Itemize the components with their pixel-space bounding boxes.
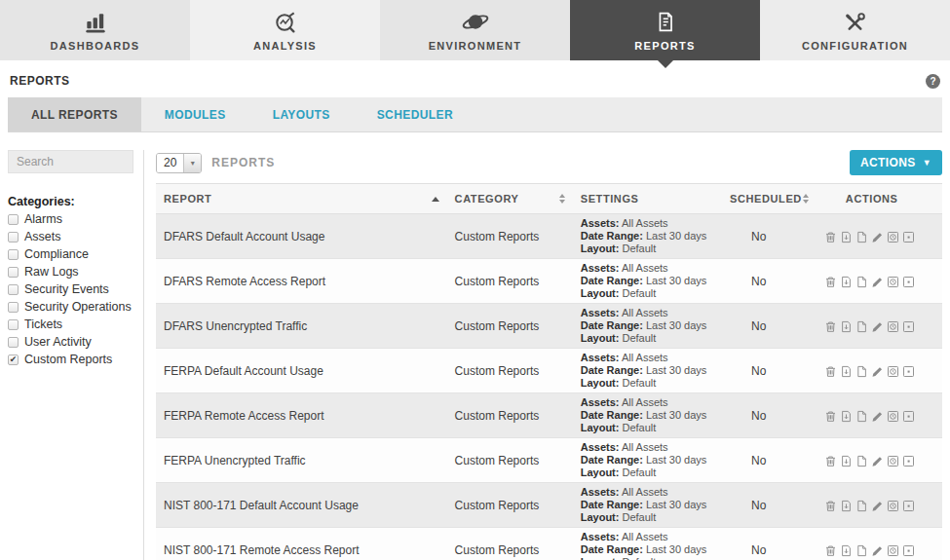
actions-button[interactable]: ACTIONS ▼	[850, 150, 942, 175]
table-row[interactable]: NIST 800-171 Remote Access ReportCustom …	[156, 528, 942, 560]
checkbox-icon[interactable]	[8, 267, 19, 278]
category-filter-raw-logs[interactable]: Raw Logs	[8, 265, 133, 279]
run-icon[interactable]	[902, 455, 915, 467]
export-icon[interactable]	[840, 410, 853, 423]
nav-item-analysis[interactable]: ANALYSIS	[190, 0, 380, 60]
edit-icon[interactable]	[871, 276, 884, 288]
table-row[interactable]: DFARS Remote Access ReportCustom Reports…	[156, 259, 942, 304]
edit-icon[interactable]	[871, 365, 884, 378]
tab-modules[interactable]: MODULES	[141, 97, 249, 131]
edit-icon[interactable]	[871, 544, 884, 557]
delete-icon[interactable]	[824, 320, 837, 333]
run-icon[interactable]	[902, 544, 915, 557]
tab-all-reports[interactable]: ALL REPORTS	[8, 97, 141, 131]
column-header-report[interactable]: REPORT	[156, 184, 447, 214]
copy-icon[interactable]	[855, 276, 868, 288]
edit-icon[interactable]	[871, 410, 884, 423]
run-icon[interactable]	[902, 231, 915, 243]
table-row[interactable]: FERPA Remote Access ReportCustom Reports…	[156, 393, 942, 438]
export-icon[interactable]	[840, 455, 853, 467]
analysis-magnifier-icon	[271, 9, 299, 35]
copy-icon[interactable]	[855, 410, 868, 423]
schedule-icon[interactable]	[887, 455, 899, 467]
table-row[interactable]: DFARS Default Account UsageCustom Report…	[156, 214, 942, 259]
nav-item-dashboards[interactable]: DASHBOARDS	[0, 0, 190, 60]
category-filter-alarms[interactable]: Alarms	[8, 212, 133, 226]
checkbox-icon[interactable]	[8, 284, 19, 295]
copy-icon[interactable]	[855, 231, 868, 243]
copy-icon[interactable]	[855, 544, 868, 557]
edit-icon[interactable]	[871, 231, 884, 243]
report-category: Custom Reports	[447, 214, 573, 259]
category-label: User Activity	[24, 335, 92, 349]
schedule-icon[interactable]	[887, 410, 899, 423]
category-filter-tickets[interactable]: Tickets	[8, 317, 133, 331]
delete-icon[interactable]	[824, 455, 837, 467]
edit-icon[interactable]	[871, 500, 884, 512]
category-label: Raw Logs	[24, 265, 79, 279]
checkbox-icon[interactable]	[8, 249, 19, 260]
export-icon[interactable]	[840, 365, 853, 378]
table-row[interactable]: DFARS Unencrypted TrafficCustom ReportsA…	[156, 304, 942, 349]
nav-item-reports[interactable]: REPORTS	[570, 0, 760, 60]
category-filter-security-events[interactable]: Security Events	[8, 282, 133, 296]
export-icon[interactable]	[840, 544, 853, 557]
export-icon[interactable]	[840, 231, 853, 243]
copy-icon[interactable]	[855, 320, 868, 333]
page-size-select[interactable]: 20 ▾	[156, 153, 202, 173]
column-header-scheduled[interactable]: SCHEDULED	[722, 184, 817, 214]
checkbox-checked-icon[interactable]: ✔	[8, 355, 19, 365]
delete-icon[interactable]	[824, 410, 837, 423]
checkbox-icon[interactable]	[8, 232, 19, 243]
category-filter-assets[interactable]: Assets	[8, 230, 133, 243]
category-filter-custom-reports[interactable]: ✔Custom Reports	[8, 353, 133, 366]
schedule-icon[interactable]	[887, 365, 899, 378]
schedule-icon[interactable]	[887, 320, 899, 333]
sort-ascending-icon	[432, 197, 439, 202]
category-filter-compliance[interactable]: Compliance	[8, 247, 133, 261]
schedule-icon[interactable]	[887, 544, 899, 557]
schedule-icon[interactable]	[887, 231, 899, 243]
delete-icon[interactable]	[824, 500, 837, 512]
schedule-icon[interactable]	[887, 500, 899, 512]
export-icon[interactable]	[840, 320, 853, 333]
edit-icon[interactable]	[871, 455, 884, 467]
run-icon[interactable]	[902, 500, 915, 512]
row-actions	[817, 393, 942, 438]
nav-item-configuration[interactable]: CONFIGURATION	[760, 0, 950, 60]
help-icon[interactable]: ?	[926, 74, 940, 89]
delete-icon[interactable]	[824, 365, 837, 378]
report-settings: Assets: All AssetsDate Range: Last 30 da…	[573, 393, 722, 438]
table-row[interactable]: NIST 800-171 Default Account UsageCustom…	[156, 483, 942, 528]
delete-icon[interactable]	[824, 544, 837, 557]
column-header-category[interactable]: CATEGORY	[447, 184, 573, 214]
export-icon[interactable]	[840, 276, 853, 288]
export-icon[interactable]	[840, 500, 853, 512]
report-name: FERPA Default Account Usage	[156, 349, 447, 393]
tab-scheduler[interactable]: SCHEDULER	[354, 97, 476, 131]
tab-layouts[interactable]: LAYOUTS	[249, 97, 354, 131]
run-icon[interactable]	[902, 410, 915, 423]
delete-icon[interactable]	[824, 276, 837, 288]
run-icon[interactable]	[902, 320, 915, 333]
nav-item-environment[interactable]: ENVIRONMENT	[380, 0, 570, 60]
schedule-icon[interactable]	[887, 276, 899, 288]
copy-icon[interactable]	[855, 455, 868, 467]
toolbar: 20 ▾ REPORTS ACTIONS ▼	[156, 150, 942, 184]
search-input[interactable]	[8, 150, 133, 173]
category-filter-security-operations[interactable]: Security Operations	[8, 300, 133, 314]
table-row[interactable]: FERPA Default Account UsageCustom Report…	[156, 349, 942, 393]
edit-icon[interactable]	[871, 320, 884, 333]
checkbox-icon[interactable]	[8, 319, 19, 330]
chevron-down-icon: ▾	[184, 154, 201, 172]
copy-icon[interactable]	[855, 500, 868, 512]
delete-icon[interactable]	[824, 231, 837, 243]
checkbox-icon[interactable]	[8, 337, 19, 348]
copy-icon[interactable]	[855, 365, 868, 378]
run-icon[interactable]	[902, 276, 915, 288]
category-filter-user-activity[interactable]: User Activity	[8, 335, 133, 349]
run-icon[interactable]	[902, 365, 915, 378]
checkbox-icon[interactable]	[8, 302, 19, 313]
checkbox-icon[interactable]	[8, 214, 19, 225]
table-row[interactable]: FERPA Unencrypted TrafficCustom ReportsA…	[156, 438, 942, 483]
